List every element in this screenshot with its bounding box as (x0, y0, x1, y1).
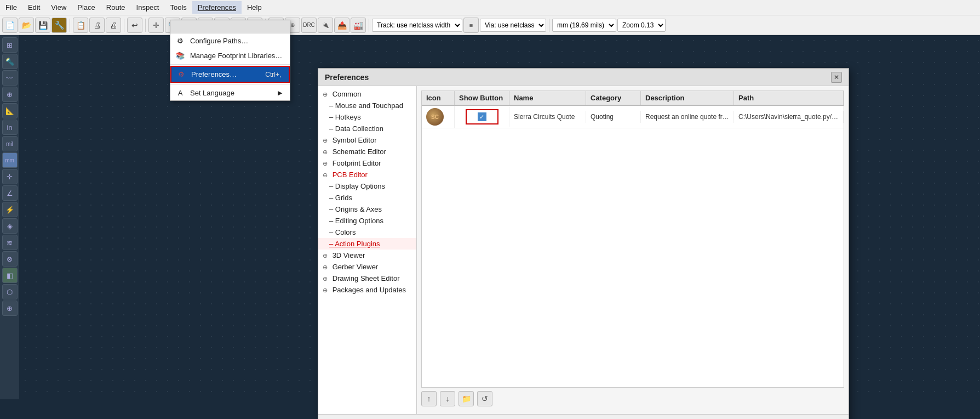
tree-origins-axes[interactable]: – Origins & Axes (318, 203, 416, 215)
menu-tools[interactable]: Tools (164, 1, 192, 14)
save-btn[interactable]: 💾 (35, 18, 50, 33)
cursor-btn[interactable]: ✛ (148, 18, 164, 33)
menubar: File Edit View Place Route Inspect Tools… (0, 0, 980, 15)
via-combo[interactable]: Via: use netclass (480, 19, 546, 32)
snap-tool[interactable]: ✛ (2, 169, 18, 184)
sep5 (369, 19, 369, 32)
track-combo[interactable]: Track: use netclass width (372, 19, 462, 32)
route-tool[interactable]: 〰 (2, 70, 18, 86)
menu-sep2 (170, 84, 290, 84)
track-icon[interactable]: ≡ (463, 18, 479, 33)
refresh-button[interactable]: ↺ (477, 391, 492, 406)
dialog-close-button[interactable]: ✕ (831, 72, 842, 83)
tree-symbol-editor[interactable]: ⊕ Symbol Editor (318, 134, 416, 146)
tree-dash4: – (329, 182, 335, 190)
undo-btn[interactable]: ↩ (127, 18, 142, 33)
sierra-circuits-icon: SC (426, 108, 444, 126)
tree-common[interactable]: ⊕ Common (318, 88, 416, 100)
set-language-icon: A (175, 88, 186, 99)
mm-tool[interactable]: mm (2, 152, 18, 168)
tree-hotkeys[interactable]: – Hotkeys (318, 111, 416, 123)
net3-btn[interactable]: 🔌 (318, 18, 333, 33)
zoom-combo[interactable]: Zoom 0.13 (617, 19, 666, 32)
via-tool[interactable]: ⊕ (2, 87, 18, 102)
menu-inspect[interactable]: Inspect (131, 1, 165, 14)
preferences-dialog-item[interactable]: ⚙ Preferences… Ctrl+, (170, 66, 290, 83)
menu-edit[interactable]: Edit (22, 1, 45, 14)
tree-dash2: – (329, 113, 335, 121)
fab-btn[interactable]: 🏭 (351, 18, 366, 33)
open-folder-button[interactable]: 📁 (459, 391, 474, 406)
table-row[interactable]: SC ✓ Sierra Circuits Quote Quoting Reque… (422, 106, 844, 128)
menu-strip (170, 20, 290, 33)
table-header: Icon Show Button Name Category Descripti… (422, 91, 844, 106)
fill-tool[interactable]: ≋ (2, 235, 18, 250)
pcb-btn[interactable]: 🔧 (51, 18, 67, 33)
mil-tool[interactable]: mil (2, 136, 18, 151)
dimension-combo[interactable]: mm (19.69 mils) (552, 19, 616, 32)
tree-pcb-editor[interactable]: ⊖ PCB Editor (318, 169, 416, 180)
content-panel: Icon Show Button Name Category Descripti… (417, 86, 849, 414)
gerber-expander: ⊕ (323, 264, 330, 271)
print-btn[interactable]: 🖨 (89, 18, 105, 33)
submenu-arrow: ▶ (278, 89, 282, 97)
pad-tool[interactable]: ◈ (2, 218, 18, 234)
copy-btn[interactable]: 📋 (73, 18, 88, 33)
text-tool[interactable]: in (2, 120, 18, 135)
sep2 (124, 19, 124, 32)
tree-action-plugins[interactable]: – Action Plugins (318, 238, 416, 250)
menu-help[interactable]: Help (242, 1, 267, 14)
drc-btn[interactable]: DRC (301, 18, 317, 33)
cell-show-button[interactable]: ✓ (455, 107, 509, 127)
measure-tool[interactable]: 📐 (2, 103, 18, 118)
tree-footprint-editor[interactable]: ⊕ Footprint Editor (318, 157, 416, 169)
packages-expander: ⊕ (323, 287, 330, 294)
set-language-item[interactable]: A Set Language ▶ (170, 86, 290, 100)
tree-dash9: – (329, 240, 335, 248)
cell-category: Quoting (586, 111, 641, 123)
tree-drawing-sheet[interactable]: ⊕ Drawing Sheet Editor (318, 273, 416, 284)
new-btn[interactable]: 📄 (2, 18, 18, 33)
tree-3d-viewer[interactable]: ⊕ 3D Viewer (318, 250, 416, 261)
tree-gerber-viewer[interactable]: ⊕ Gerber Viewer (318, 261, 416, 273)
dialog-title: Preferences (325, 73, 369, 82)
tree-data-collection[interactable]: – Data Collection (318, 123, 416, 134)
menu-preferences[interactable]: Preferences (192, 1, 242, 14)
col-icon: Icon (422, 91, 455, 105)
print2-btn[interactable]: 🖨 (106, 18, 121, 33)
move-up-button[interactable]: ↑ (421, 391, 437, 406)
highlight-tool[interactable]: 🔦 (2, 54, 18, 69)
extra-tool[interactable]: ⊕ (2, 301, 18, 316)
angle-tool[interactable]: ∠ (2, 185, 18, 201)
manage-footprint-item[interactable]: 📚 Manage Footprint Libraries… (170, 48, 290, 63)
zone-tool[interactable]: ◧ (2, 268, 18, 283)
menu-view[interactable]: View (45, 1, 72, 14)
tree-colors[interactable]: – Colors (318, 227, 416, 238)
sep3 (145, 19, 146, 32)
open-btn[interactable]: 📂 (19, 18, 34, 33)
net-tool[interactable]: ⚡ (2, 202, 18, 217)
tree-packages-updates[interactable]: ⊕ Packages and Updates (318, 284, 416, 296)
copper-tool[interactable]: ⊗ (2, 251, 18, 267)
show-button-checkbox-box[interactable]: ✓ (466, 109, 498, 124)
pcb-expander: ⊖ (323, 172, 330, 179)
tree-display-options[interactable]: – Display Options (318, 180, 416, 192)
3d-tool[interactable]: ⬡ (2, 284, 18, 299)
tree-editing-options[interactable]: – Editing Options (318, 215, 416, 227)
col-show-button: Show Button (455, 91, 509, 105)
col-description: Description (641, 91, 734, 105)
move-down-button[interactable]: ↓ (440, 391, 455, 406)
menu-route[interactable]: Route (101, 1, 131, 14)
tree-grids[interactable]: – Grids (318, 192, 416, 203)
table-actions: ↑ ↓ 📁 ↺ (421, 388, 844, 410)
menu-file[interactable]: File (0, 1, 22, 14)
select-tool[interactable]: ⊞ (2, 37, 18, 53)
menu-place[interactable]: Place (72, 1, 101, 14)
menu-sep (170, 64, 290, 65)
configure-paths-item[interactable]: ⚙ Configure Paths… (170, 33, 290, 48)
tree-mouse-touchpad[interactable]: – Mouse and Touchpad (318, 100, 416, 111)
tree-schematic-editor[interactable]: ⊕ Schematic Editor (318, 146, 416, 157)
tree-dash6: – (329, 205, 335, 213)
export-btn[interactable]: 📤 (334, 18, 349, 33)
symbol-expander: ⊕ (323, 137, 330, 144)
